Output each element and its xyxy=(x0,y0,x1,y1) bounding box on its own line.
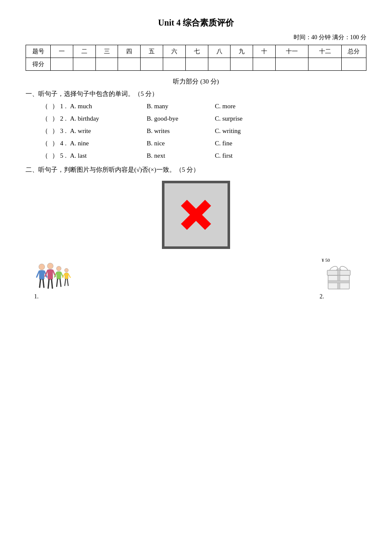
opt-5b: B. next xyxy=(147,152,215,159)
score-11 xyxy=(276,58,308,71)
question-row-4: （ ） 4 . A. nine B. nice C. fine xyxy=(26,139,366,147)
bracket-close-4: ） xyxy=(52,139,58,147)
svg-rect-3 xyxy=(39,270,44,280)
svg-rect-9 xyxy=(48,269,53,280)
score-table: 题号 一 二 三 四 五 六 七 八 九 十 十一 十二 总分 得分 xyxy=(26,45,366,71)
image-item-2: ¥ 50 2. xyxy=(320,257,358,300)
table-score-row: 得分 xyxy=(26,58,366,71)
score-label: 得分 xyxy=(26,58,51,71)
svg-rect-15 xyxy=(57,272,61,279)
image-label-1: 1. xyxy=(34,293,39,300)
qnum-2: 2 xyxy=(60,115,63,122)
red-x-icon xyxy=(177,196,215,234)
qnum-1: 1 xyxy=(60,103,63,110)
col-11: 十一 xyxy=(276,45,308,58)
bracket-5: （ xyxy=(38,152,51,160)
opt-4b: B. nice xyxy=(147,140,215,147)
image-item-1: 1. xyxy=(34,262,72,300)
col-3: 三 xyxy=(95,45,118,58)
bracket-close-5: ） xyxy=(52,152,58,160)
score-12 xyxy=(308,58,341,71)
svg-rect-31 xyxy=(337,270,340,275)
col-10: 十 xyxy=(253,45,276,58)
family-illustration xyxy=(34,262,72,292)
bracket-close-3: ） xyxy=(52,127,58,135)
bracket-close-2: ） xyxy=(52,115,58,123)
svg-line-7 xyxy=(43,280,44,287)
score-5 xyxy=(141,58,163,71)
score-total xyxy=(341,58,366,71)
svg-rect-34 xyxy=(328,280,349,283)
question-row-1: （ ） 1 . A. much B. many C. more xyxy=(26,102,366,110)
svg-point-8 xyxy=(47,263,53,269)
qnum-3: 3 xyxy=(60,127,63,135)
bracket-3: （ xyxy=(38,127,51,135)
score-1 xyxy=(51,58,73,71)
svg-point-14 xyxy=(57,266,61,271)
svg-text:¥ 50: ¥ 50 xyxy=(322,257,330,263)
opt-2a: A. birthday xyxy=(70,115,147,122)
gift-illustration: ¥ 50 xyxy=(320,257,358,292)
svg-line-25 xyxy=(67,279,68,286)
score-3 xyxy=(95,58,118,71)
score-4 xyxy=(118,58,141,71)
time-info: 时间：40 分钟 满分：100 分 xyxy=(26,34,366,41)
opt-3c: C. writing xyxy=(215,127,283,135)
bottom-images-row: 1. ¥ 50 xyxy=(26,257,366,300)
svg-line-6 xyxy=(40,280,40,287)
col-2: 二 xyxy=(73,45,95,58)
score-2 xyxy=(73,58,95,71)
col-total: 总分 xyxy=(341,45,366,58)
question-row-3: （ ） 3 . A. write B. writes C. writing xyxy=(26,127,366,135)
question-row-5: （ ） 5 . A. last B. next C. first xyxy=(26,152,366,160)
bracket-2: （ xyxy=(38,115,51,123)
col-5: 五 xyxy=(141,45,163,58)
opt-1b: B. many xyxy=(147,103,215,110)
questions-container: （ ） 1 . A. much B. many C. more （ ） 2 . … xyxy=(26,102,366,160)
svg-line-4 xyxy=(37,271,39,277)
score-6 xyxy=(163,58,186,71)
qnum-5: 5 xyxy=(60,152,63,159)
svg-point-2 xyxy=(39,264,45,270)
score-10 xyxy=(253,58,276,71)
col-9: 九 xyxy=(231,45,253,58)
opt-3b: B. writes xyxy=(147,127,215,135)
qnum-4: 4 xyxy=(60,140,63,147)
svg-point-20 xyxy=(65,269,69,272)
images-area: 1. ¥ 50 xyxy=(26,181,366,300)
score-9 xyxy=(231,58,253,71)
col-12: 十二 xyxy=(308,45,341,58)
question-row-2: （ ） 2 . A. birthday B. good-bye C. surpr… xyxy=(26,115,366,123)
part1-title: 一、听句子，选择句子中包含的单词。（5 分） xyxy=(26,90,366,98)
opt-3a: A. write xyxy=(70,127,147,135)
score-7 xyxy=(185,58,208,71)
page-title: Unit 4 综合素质评价 xyxy=(26,17,366,29)
part2-title: 二、听句子，判断图片与你所听内容是(√)否(×)一致。（5 分） xyxy=(26,166,366,174)
bracket-1: （ xyxy=(38,102,51,110)
opt-4c: C. fine xyxy=(215,140,283,147)
opt-4a: A. nine xyxy=(70,140,147,147)
opt-1a: A. much xyxy=(70,103,147,110)
svg-line-24 xyxy=(65,279,66,286)
header-label: 题号 xyxy=(26,45,51,58)
svg-line-13 xyxy=(52,280,52,288)
col-6: 六 xyxy=(163,45,186,58)
table-header-row: 题号 一 二 三 四 五 六 七 八 九 十 十一 十二 总分 xyxy=(26,45,366,58)
svg-line-23 xyxy=(68,274,70,278)
image-label-2: 2. xyxy=(320,293,324,300)
col-4: 四 xyxy=(118,45,141,58)
col-8: 八 xyxy=(208,45,231,58)
svg-rect-21 xyxy=(65,273,68,279)
listening-section-title: 听力部分 (30 分) xyxy=(26,78,366,86)
svg-line-18 xyxy=(57,279,58,286)
svg-line-12 xyxy=(48,280,49,288)
col-7: 七 xyxy=(185,45,208,58)
col-1: 一 xyxy=(51,45,73,58)
opt-2b: B. good-bye xyxy=(147,115,215,122)
opt-2c: C. surprise xyxy=(215,115,283,122)
score-8 xyxy=(208,58,231,71)
opt-5c: C. first xyxy=(215,152,283,159)
svg-line-17 xyxy=(61,272,63,277)
bracket-4: （ xyxy=(38,139,51,147)
opt-1c: C. more xyxy=(215,103,283,110)
